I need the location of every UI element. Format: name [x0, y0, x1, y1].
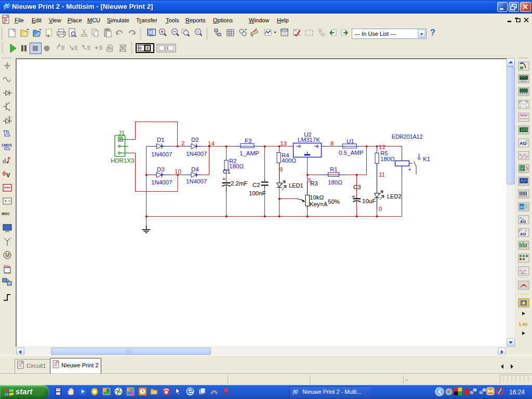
svg-text:1_AMP: 1_AMP	[240, 150, 259, 156]
svg-text:U1: U1	[347, 138, 354, 144]
svg-text:1N4007: 1N4007	[186, 151, 207, 157]
svg-text:D2: D2	[191, 137, 199, 143]
svg-text:EDR201A12: EDR201A12	[392, 134, 422, 140]
svg-text:D1: D1	[157, 137, 165, 143]
svg-text:180Ω: 180Ω	[229, 163, 244, 169]
svg-text:14: 14	[208, 140, 215, 147]
svg-text:0.5_AMP: 0.5_AMP	[339, 150, 364, 156]
svg-text:0: 0	[379, 206, 382, 212]
svg-text:400Ω: 400Ω	[282, 157, 296, 164]
svg-text:D3: D3	[157, 166, 165, 172]
svg-text:2: 2	[181, 140, 184, 147]
svg-text:10kΩ: 10kΩ	[310, 194, 324, 201]
svg-text:R1: R1	[330, 166, 338, 172]
svg-text:K1: K1	[423, 156, 430, 162]
svg-text:F3: F3	[245, 138, 251, 144]
svg-text:11: 11	[379, 171, 385, 178]
svg-text:1N4007: 1N4007	[151, 151, 172, 157]
svg-text:LM317K: LM317K	[298, 137, 320, 143]
svg-text:HDR1X3: HDR1X3	[111, 157, 134, 164]
svg-text:12: 12	[379, 144, 385, 150]
svg-text:10: 10	[175, 168, 181, 175]
svg-text:2.2mF: 2.2mF	[231, 180, 248, 187]
svg-text:J1: J1	[118, 130, 125, 136]
svg-text:100nF: 100nF	[249, 190, 266, 196]
svg-text:1N4007: 1N4007	[151, 179, 172, 185]
svg-text:180Ω: 180Ω	[380, 156, 395, 162]
svg-text:LED1: LED1	[289, 182, 303, 189]
svg-text:50%: 50%	[328, 198, 340, 205]
svg-text:8: 8	[330, 140, 334, 147]
svg-text:C2: C2	[252, 182, 260, 188]
svg-text:10uF: 10uF	[362, 198, 376, 204]
svg-text:C1: C1	[223, 168, 231, 175]
svg-text:1N4007: 1N4007	[186, 178, 207, 184]
svg-text:R3: R3	[310, 180, 318, 187]
svg-text:D4: D4	[191, 166, 199, 172]
svg-text:9: 9	[280, 166, 283, 172]
svg-text:LED2: LED2	[387, 193, 402, 200]
svg-text:Key=A: Key=A	[310, 201, 328, 207]
svg-text:13: 13	[280, 140, 287, 147]
svg-text:180Ω: 180Ω	[328, 179, 342, 185]
svg-text:C3: C3	[353, 184, 361, 190]
